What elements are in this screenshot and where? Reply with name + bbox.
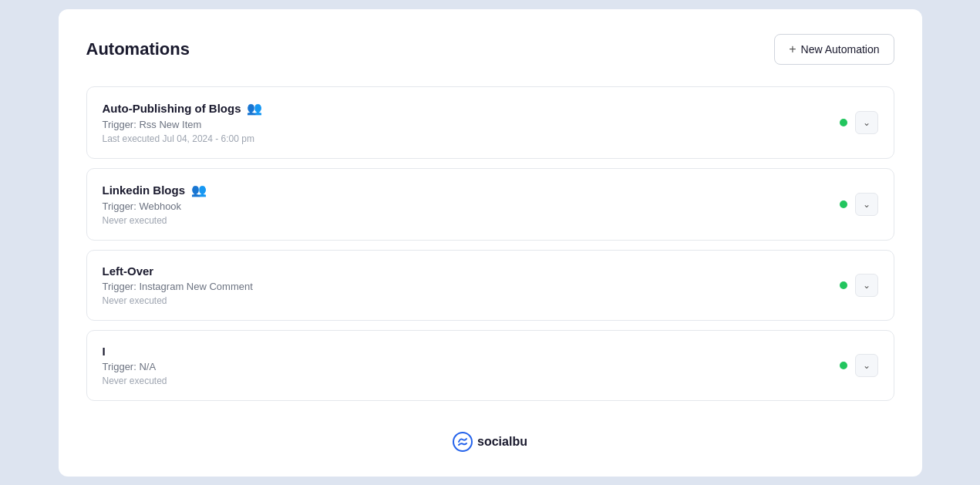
- team-icon: 👥: [247, 101, 262, 116]
- footer-logo: socialbu: [453, 432, 527, 452]
- expand-button[interactable]: ⌄: [855, 193, 878, 216]
- automations-list: Auto-Publishing of Blogs 👥 Trigger: Rss …: [86, 86, 894, 401]
- automation-actions: ⌄: [840, 111, 878, 134]
- automation-name: Auto-Publishing of Blogs: [103, 102, 241, 115]
- expand-button[interactable]: ⌄: [855, 274, 878, 297]
- automation-trigger: Trigger: Instagram New Comment: [103, 281, 253, 292]
- automation-info: I Trigger: N/A Never executed: [103, 345, 167, 386]
- automation-actions: ⌄: [840, 193, 878, 216]
- status-dot: [840, 200, 847, 208]
- automation-card: Left-Over Trigger: Instagram New Comment…: [86, 250, 894, 321]
- automation-name: Linkedin Blogs: [103, 184, 186, 197]
- footer-brand-name: socialbu: [477, 435, 527, 449]
- automation-last-executed: Last executed Jul 04, 2024 - 6:00 pm: [103, 133, 263, 144]
- automation-name-row: Auto-Publishing of Blogs 👥: [103, 101, 263, 116]
- automation-trigger: Trigger: Rss New Item: [103, 119, 263, 130]
- page-title: Automations: [86, 39, 190, 59]
- automation-actions: ⌄: [840, 354, 878, 377]
- page-header: Automations + New Automation: [86, 34, 894, 65]
- automation-name-row: Left-Over: [103, 264, 253, 278]
- plus-icon: +: [789, 42, 796, 56]
- status-dot: [840, 362, 847, 369]
- automation-name: I: [103, 345, 106, 358]
- socialbu-logo-icon: [453, 432, 473, 452]
- automation-last-executed: Never executed: [103, 376, 167, 386]
- automation-last-executed: Never executed: [103, 295, 253, 306]
- automation-actions: ⌄: [840, 274, 878, 297]
- new-automation-label: New Automation: [801, 43, 880, 56]
- automation-card: Linkedin Blogs 👥 Trigger: Webhook Never …: [86, 168, 894, 241]
- automation-trigger: Trigger: Webhook: [103, 200, 207, 212]
- team-icon: 👥: [191, 183, 207, 197]
- automation-trigger: Trigger: N/A: [103, 361, 167, 372]
- automation-info: Left-Over Trigger: Instagram New Comment…: [103, 264, 253, 306]
- automation-card: Auto-Publishing of Blogs 👥 Trigger: Rss …: [86, 86, 894, 159]
- expand-button[interactable]: ⌄: [855, 111, 878, 134]
- automation-last-executed: Never executed: [103, 215, 207, 226]
- svg-point-0: [453, 433, 472, 451]
- expand-button[interactable]: ⌄: [855, 354, 878, 377]
- status-dot: [840, 281, 847, 289]
- automation-name: Left-Over: [103, 264, 154, 278]
- automation-info: Linkedin Blogs 👥 Trigger: Webhook Never …: [103, 183, 207, 226]
- automation-card: I Trigger: N/A Never executed ⌄: [86, 330, 894, 401]
- new-automation-button[interactable]: + New Automation: [774, 34, 894, 65]
- status-dot: [840, 119, 847, 126]
- automation-name-row: Linkedin Blogs 👥: [103, 183, 207, 197]
- footer: socialbu: [86, 432, 894, 452]
- automation-info: Auto-Publishing of Blogs 👥 Trigger: Rss …: [103, 101, 263, 144]
- main-container: Automations + New Automation Auto-Publis…: [59, 9, 922, 477]
- automation-name-row: I: [103, 345, 167, 358]
